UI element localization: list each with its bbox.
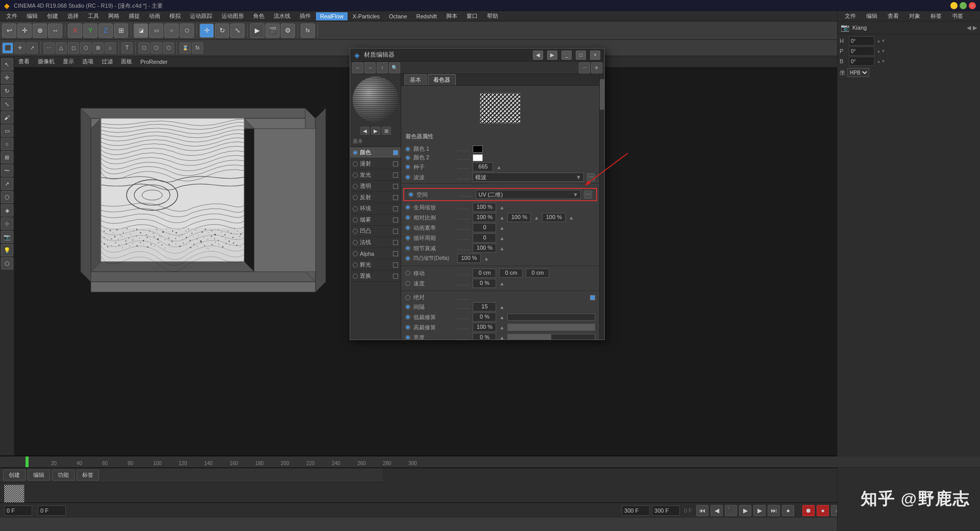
- lowclip-arrow[interactable]: ▲: [499, 315, 504, 320]
- menu-item-1[interactable]: 编辑: [22, 11, 42, 21]
- menu-item-17[interactable]: Redshift: [412, 12, 441, 20]
- abs-radio[interactable]: [405, 295, 410, 300]
- highclip-slider[interactable]: [507, 324, 595, 331]
- channel-checkbox-1[interactable]: [393, 161, 398, 166]
- channel-item-0[interactable]: 颜色: [350, 147, 401, 158]
- color2-swatch[interactable]: [473, 154, 483, 161]
- material-editor-scrollbar-thumb[interactable]: [600, 79, 604, 110]
- tb2-btn1[interactable]: ⬛: [2, 42, 13, 54]
- channel-item-11[interactable]: 置换: [350, 271, 401, 282]
- cycleh-radio[interactable]: [405, 235, 410, 240]
- mat-tb-6[interactable]: ≡: [591, 62, 602, 74]
- color1-swatch[interactable]: [473, 146, 483, 153]
- goto-start-btn[interactable]: ⏮: [696, 505, 708, 516]
- channel-item-6[interactable]: 烟雾: [350, 214, 401, 226]
- sidebar-scale[interactable]: ⤡: [1, 98, 13, 110]
- move-radio[interactable]: [405, 271, 410, 276]
- channel-checkbox-8[interactable]: [393, 240, 398, 245]
- rscale-y[interactable]: 100 %: [507, 213, 531, 222]
- brightness-value[interactable]: 0 %: [473, 333, 496, 340]
- sidebar-select[interactable]: ▭: [1, 125, 13, 137]
- tb2-btn2[interactable]: ✛: [14, 42, 26, 54]
- tb2-btn12[interactable]: ⬡: [151, 42, 162, 54]
- tool-btn-2[interactable]: ⊕: [33, 23, 47, 38]
- gscale-value[interactable]: 100 %: [473, 203, 496, 212]
- interval-value[interactable]: 15: [473, 302, 496, 311]
- channel-checkbox-2[interactable]: [393, 173, 398, 178]
- mat-maximize[interactable]: □: [576, 51, 586, 60]
- channel-item-8[interactable]: 法线: [350, 237, 401, 248]
- select-all[interactable]: ◪: [134, 23, 148, 38]
- tool-y[interactable]: Y: [83, 23, 97, 38]
- sidebar-tag[interactable]: ⬡: [1, 191, 13, 203]
- tb2-btn3[interactable]: ↗: [27, 42, 38, 54]
- tb2-btn14[interactable]: ⌛: [180, 42, 191, 54]
- mat-tb-2[interactable]: →: [364, 62, 376, 74]
- obj-tab-1[interactable]: 编辑: [28, 470, 50, 480]
- channel-item-10[interactable]: 辉光: [350, 259, 401, 271]
- highclip-arrow[interactable]: ▲: [499, 325, 504, 330]
- prev-frame-btn[interactable]: ◀: [710, 505, 723, 516]
- channel-checkbox-4[interactable]: [393, 195, 398, 200]
- preview-ctrl-3[interactable]: ⊞: [382, 127, 391, 135]
- sidebar-obj[interactable]: ⊞: [1, 151, 13, 163]
- obj-tab-3[interactable]: 标签: [77, 470, 99, 480]
- detail-arrow[interactable]: ▲: [499, 246, 504, 251]
- cycleh-arrow[interactable]: ▲: [499, 235, 504, 241]
- rscale-z-arrow[interactable]: ▲: [569, 215, 574, 221]
- menu-item-5[interactable]: 网格: [104, 11, 124, 21]
- menu-item-2[interactable]: 创建: [43, 11, 62, 21]
- rscale-radio[interactable]: [405, 215, 410, 220]
- speed-radio[interactable]: [405, 281, 410, 286]
- tool-btn-1[interactable]: ✛: [17, 23, 32, 38]
- obj-tab-0[interactable]: 创建: [3, 470, 26, 480]
- menu-item-10[interactable]: 运动图形: [217, 11, 248, 21]
- material-texture-preview[interactable]: [480, 93, 521, 124]
- interval-radio[interactable]: [405, 304, 410, 309]
- rscale-z[interactable]: 100 %: [542, 213, 566, 222]
- wave-options[interactable]: ⋯: [587, 173, 595, 181]
- mat-close[interactable]: ×: [590, 51, 600, 60]
- sidebar-pointer[interactable]: ↖: [1, 58, 13, 70]
- tb2-btn9[interactable]: ⌂: [105, 42, 116, 54]
- sidebar-loop[interactable]: ○: [1, 138, 13, 150]
- select-circle[interactable]: ○: [164, 23, 179, 38]
- tool-btn-3[interactable]: ↔: [48, 23, 62, 38]
- channel-item-2[interactable]: 发光: [350, 170, 401, 181]
- undo-button[interactable]: ↩: [2, 23, 16, 38]
- lowclip-radio[interactable]: [405, 315, 410, 320]
- channel-checkbox-10[interactable]: [393, 262, 398, 268]
- mat-nav-back[interactable]: ◀: [533, 51, 543, 60]
- tb2-btn4[interactable]: ⋯: [43, 42, 55, 54]
- channel-radio-10[interactable]: [353, 262, 358, 268]
- highclip-value[interactable]: 100 %: [473, 323, 496, 332]
- channel-radio-7[interactable]: [353, 229, 358, 234]
- material-preview-sphere[interactable]: [353, 77, 399, 123]
- channel-checkbox-7[interactable]: [393, 229, 398, 234]
- vp-menu-item-2[interactable]: 显示: [63, 58, 74, 65]
- lowclip-slider[interactable]: [507, 313, 595, 321]
- stop-btn[interactable]: ⬛: [725, 505, 737, 516]
- menu-item-18[interactable]: 脚本: [442, 11, 461, 21]
- b-arrows[interactable]: ▲▼: [876, 59, 886, 64]
- tb2-btn8[interactable]: ⊞: [92, 42, 104, 54]
- abs-checkbox[interactable]: [590, 295, 595, 300]
- sidebar-light[interactable]: 💡: [1, 244, 13, 256]
- play-btn[interactable]: ▶: [739, 505, 751, 516]
- detail-radio[interactable]: [405, 246, 410, 251]
- menu-item-0[interactable]: 文件: [2, 11, 21, 21]
- channel-radio-4[interactable]: [353, 195, 358, 200]
- space-dropdown[interactable]: UV (二维) ▼: [476, 190, 581, 199]
- move-x[interactable]: 0 cm: [473, 269, 496, 278]
- vp-menu-item-4[interactable]: 过滤: [102, 58, 113, 65]
- tb2-btn7[interactable]: ⬡: [80, 42, 91, 54]
- channel-radio-2[interactable]: [353, 173, 358, 178]
- sidebar-rotate[interactable]: ↻: [1, 85, 13, 97]
- brightness-slider[interactable]: [507, 334, 595, 340]
- vp-menu-item-1[interactable]: 摄像机: [38, 58, 55, 65]
- space-radio[interactable]: [408, 192, 413, 197]
- mat-tb-1[interactable]: ←: [352, 62, 363, 74]
- animspd-value[interactable]: 0: [473, 223, 496, 232]
- seed-value[interactable]: 665: [473, 162, 493, 172]
- animspd-radio[interactable]: [405, 225, 410, 230]
